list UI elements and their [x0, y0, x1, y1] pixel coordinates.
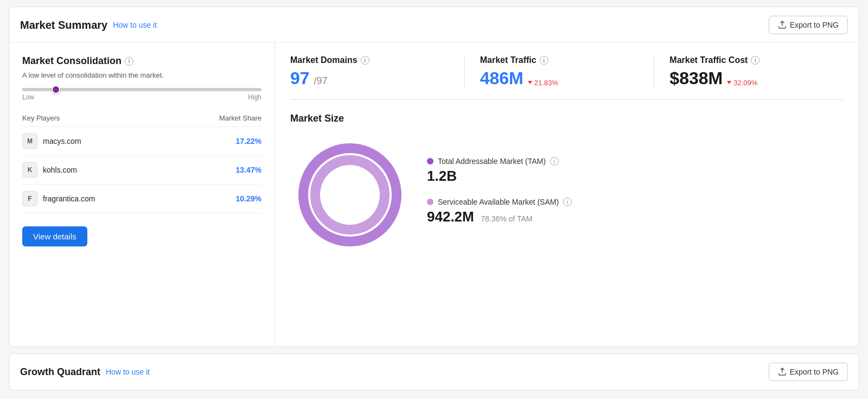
metric-domains-sub: /97 — [314, 75, 328, 87]
metrics-row: Market Domains i 97 /97 Market Traffic i — [290, 55, 844, 100]
growth-export-button[interactable]: Export to PNG — [769, 363, 848, 381]
market-summary-title: Market Summary — [20, 19, 107, 31]
export-button[interactable]: Export to PNG — [769, 16, 848, 34]
growth-quadrant-card: Growth Quadrant How to use it Export to … — [9, 353, 859, 390]
sam-label: Serviceable Available Market (SAM) — [438, 198, 559, 206]
player-left: K kohls.com — [22, 162, 77, 178]
view-details-button[interactable]: View details — [22, 226, 87, 246]
export-icon — [778, 21, 787, 29]
card-header: Market Summary How to use it Export to P… — [9, 7, 859, 42]
slider-low-label: Low — [22, 93, 34, 101]
player-avatar-kohls: K — [22, 162, 37, 178]
growth-title-group: Growth Quadrant How to use it — [20, 366, 150, 378]
table-row: K kohls.com 13.47% — [22, 156, 261, 185]
slider-fill — [22, 88, 56, 91]
player-share-macys[interactable]: 17.22% — [236, 137, 261, 145]
metric-traffic-change: 21.83% — [528, 79, 558, 87]
sam-label-row: Serviceable Available Market (SAM) i — [427, 198, 844, 206]
donut-chart — [290, 135, 410, 255]
player-avatar-macys: M — [22, 134, 37, 149]
tam-label: Total Addressable Market (TAM) — [438, 157, 546, 166]
metric-domains-value: 97 — [290, 68, 310, 88]
tam-value-row: 1.2B — [427, 168, 844, 185]
metric-traffic: Market Traffic i 486M 21.83% — [480, 55, 655, 88]
consolidation-slider: Low High — [22, 88, 261, 101]
sam-value: 942.2M — [427, 208, 474, 225]
player-share-fragrantica[interactable]: 10.29% — [236, 194, 261, 203]
table-row: M macys.com 17.22% — [22, 127, 261, 156]
cost-change-value: 32.09% — [733, 79, 757, 87]
metric-domains: Market Domains i 97 /97 — [290, 55, 465, 88]
arrow-down-cost-icon — [727, 81, 731, 84]
export-label: Export to PNG — [790, 21, 839, 29]
player-left: F fragrantica.com — [22, 191, 95, 206]
slider-thumb[interactable] — [52, 85, 60, 94]
growth-export-icon — [778, 368, 787, 376]
domains-info-icon[interactable]: i — [361, 56, 369, 65]
growth-quadrant-title: Growth Quadrant — [20, 366, 100, 378]
metric-cost-value: $838M — [669, 68, 723, 88]
market-size-body: Total Addressable Market (TAM) i 1.2B — [290, 135, 844, 255]
how-to-use-link[interactable]: How to use it — [113, 21, 157, 29]
page-wrapper: Market Summary How to use it Export to P… — [0, 7, 868, 399]
metric-domains-value-row: 97 /97 — [290, 68, 449, 88]
market-legend: Total Addressable Market (TAM) i 1.2B — [427, 151, 844, 238]
table-header: Key Players Market Share — [22, 114, 261, 127]
traffic-info-icon[interactable]: i — [540, 56, 548, 65]
player-name-fragrantica: fragrantica.com — [43, 194, 95, 203]
traffic-change-value: 21.83% — [534, 79, 558, 87]
svg-point-3 — [320, 165, 380, 225]
col-share-label: Market Share — [219, 114, 261, 122]
cost-info-icon[interactable]: i — [751, 56, 760, 65]
player-name-kohls: kohls.com — [43, 166, 77, 174]
player-name-macys: macys.com — [43, 137, 81, 145]
left-panel: Market Consolidation i A low level of co… — [9, 42, 275, 346]
arrow-down-icon — [528, 81, 532, 84]
slider-labels: Low High — [22, 93, 261, 101]
consolidation-info-icon[interactable]: i — [125, 57, 133, 66]
consolidation-title: Market Consolidation i — [22, 55, 261, 67]
metric-traffic-value: 486M — [480, 68, 524, 88]
metric-traffic-cost: Market Traffic Cost i $838M 32.09% — [669, 55, 844, 88]
sam-legend-item: Serviceable Available Market (SAM) i 942… — [427, 198, 844, 225]
metric-traffic-label: Market Traffic i — [480, 55, 639, 65]
sam-dot — [427, 199, 433, 205]
slider-track — [22, 88, 261, 91]
growth-card-header: Growth Quadrant How to use it Export to … — [9, 354, 859, 390]
metric-domains-label: Market Domains i — [290, 55, 449, 65]
metric-traffic-value-row: 486M 21.83% — [480, 68, 639, 88]
growth-how-to-use-link[interactable]: How to use it — [106, 368, 150, 376]
key-players-section: Key Players Market Share M macys.com 17.… — [22, 114, 261, 213]
metric-cost-value-row: $838M 32.09% — [669, 68, 828, 88]
growth-export-label: Export to PNG — [790, 368, 839, 376]
right-panel: Market Domains i 97 /97 Market Traffic i — [275, 42, 859, 346]
market-size-section: Market Size — [290, 113, 844, 255]
donut-svg — [290, 135, 410, 255]
title-group: Market Summary How to use it — [20, 19, 157, 31]
slider-high-label: High — [248, 93, 261, 101]
tam-label-row: Total Addressable Market (TAM) i — [427, 157, 844, 166]
sam-value-row: 942.2M 78.36% of TAM — [427, 208, 844, 225]
tam-dot — [427, 158, 433, 164]
metric-cost-label: Market Traffic Cost i — [669, 55, 828, 65]
player-avatar-fragrantica: F — [22, 191, 37, 206]
tam-legend-item: Total Addressable Market (TAM) i 1.2B — [427, 157, 844, 185]
card-body: Market Consolidation i A low level of co… — [9, 42, 859, 346]
consolidation-desc: A low level of consolidation within the … — [22, 71, 261, 79]
market-summary-card: Market Summary How to use it Export to P… — [9, 7, 859, 347]
metric-cost-change: 32.09% — [727, 79, 757, 87]
player-left: M macys.com — [22, 134, 81, 149]
market-size-title: Market Size — [290, 113, 844, 124]
player-share-kohls[interactable]: 13.47% — [236, 166, 261, 174]
sam-sub: 78.36% of TAM — [481, 214, 532, 223]
tam-info-icon[interactable]: i — [550, 157, 559, 166]
sam-info-icon[interactable]: i — [563, 198, 572, 206]
tam-value: 1.2B — [427, 168, 457, 184]
table-row: F fragrantica.com 10.29% — [22, 185, 261, 213]
col-players-label: Key Players — [22, 114, 60, 122]
